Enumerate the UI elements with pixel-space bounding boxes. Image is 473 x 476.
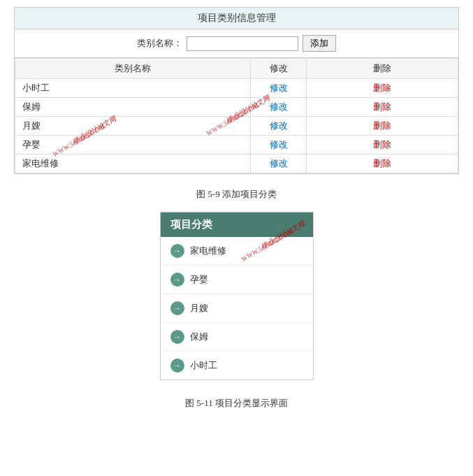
row-delete-link[interactable]: 删除 xyxy=(307,98,458,117)
delete-link[interactable]: 删除 xyxy=(373,101,391,112)
row-delete-link[interactable]: 删除 xyxy=(307,154,458,173)
add-form: 类别名称： 添加 xyxy=(15,29,458,58)
row-category-name: 保姆 xyxy=(15,98,251,117)
category-list-item[interactable]: 孕婴 xyxy=(161,266,313,294)
arrow-icon xyxy=(170,359,184,373)
row-edit-link[interactable]: 修改 xyxy=(251,98,307,117)
edit-link[interactable]: 修改 xyxy=(270,82,288,93)
row-edit-link[interactable]: 修改 xyxy=(251,154,307,173)
col-header-delete: 删除 xyxy=(307,59,458,79)
edit-link[interactable]: 修改 xyxy=(270,158,288,168)
row-delete-link[interactable]: 删除 xyxy=(307,117,458,136)
category-display: 项目分类 家电维修孕婴月嫂保姆小时工 xyxy=(14,212,459,387)
col-header-edit: 修改 xyxy=(251,59,307,79)
arrow-icon xyxy=(170,273,184,287)
col-header-name: 类别名称 xyxy=(15,59,251,79)
table-row: 家电维修修改删除 xyxy=(15,154,458,173)
row-edit-link[interactable]: 修改 xyxy=(251,79,307,98)
delete-link[interactable]: 删除 xyxy=(373,120,391,131)
category-list-item[interactable]: 小时工 xyxy=(161,352,313,380)
row-category-name: 月嫂 xyxy=(15,117,251,136)
delete-link[interactable]: 删除 xyxy=(373,158,391,168)
category-list-item[interactable]: 家电维修 xyxy=(161,237,313,266)
arrow-icon xyxy=(170,301,184,315)
category-panel: 项目分类 家电维修孕婴月嫂保姆小时工 xyxy=(160,212,314,380)
row-edit-link[interactable]: 修改 xyxy=(251,117,307,136)
caption-top: 图 5-9 添加项目分类 xyxy=(14,188,459,201)
category-panel-title: 项目分类 xyxy=(161,212,313,237)
row-category-name: 小时工 xyxy=(15,79,251,98)
row-category-name: 孕婴 xyxy=(15,136,251,154)
edit-link[interactable]: 修改 xyxy=(270,101,288,112)
row-edit-link[interactable]: 修改 xyxy=(251,136,307,154)
category-item-label: 小时工 xyxy=(190,359,217,372)
add-button[interactable]: 添加 xyxy=(303,35,336,52)
delete-link[interactable]: 删除 xyxy=(373,139,391,150)
category-item-label: 保姆 xyxy=(190,331,208,343)
category-list-item[interactable]: 保姆 xyxy=(161,323,313,352)
table-row: 月嫂修改删除 xyxy=(15,117,458,136)
delete-link[interactable]: 删除 xyxy=(373,82,391,93)
admin-title: 项目类别信息管理 xyxy=(15,8,458,29)
category-name-label: 类别名称： xyxy=(137,37,182,50)
row-category-name: 家电维修 xyxy=(15,154,251,173)
table-row: 小时工修改删除 xyxy=(15,79,458,98)
category-item-label: 家电维修 xyxy=(190,245,226,257)
table-row: 保姆修改删除 xyxy=(15,98,458,117)
edit-link[interactable]: 修改 xyxy=(270,139,288,150)
category-item-label: 孕婴 xyxy=(190,273,208,286)
category-list-item[interactable]: 月嫂 xyxy=(161,294,313,323)
edit-link[interactable]: 修改 xyxy=(270,120,288,131)
category-item-label: 月嫂 xyxy=(190,302,208,315)
category-name-input[interactable] xyxy=(187,36,298,51)
row-delete-link[interactable]: 删除 xyxy=(307,136,458,154)
category-table: 类别名称 修改 删除 小时工修改删除保姆修改删除月嫂修改删除孕婴修改删除家电维修… xyxy=(15,58,458,173)
arrow-icon xyxy=(170,330,184,344)
admin-panel: 项目类别信息管理 类别名称： 添加 类别名称 修改 删除 小时工修改删除保姆修改… xyxy=(14,7,459,174)
caption-bottom: 图 5-11 项目分类显示界面 xyxy=(14,397,459,410)
table-row: 孕婴修改删除 xyxy=(15,136,458,154)
row-delete-link[interactable]: 删除 xyxy=(307,79,458,98)
arrow-icon xyxy=(170,244,184,258)
